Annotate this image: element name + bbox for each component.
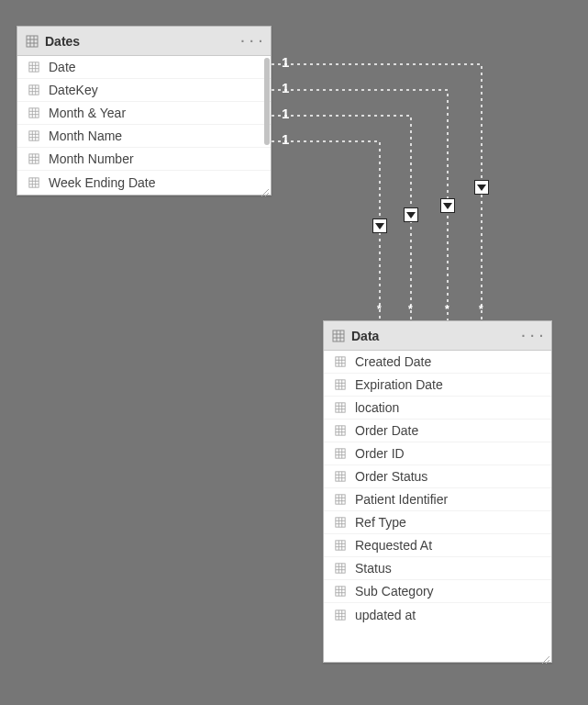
table-data-menu-button[interactable]: · · · [522,329,544,343]
svg-rect-0 [27,36,38,47]
svg-rect-72 [336,495,345,504]
field-label: Order ID [355,446,405,461]
field-row[interactable]: Order Status [324,465,551,488]
field-label: Expiration Date [355,377,443,392]
table-data-field-list[interactable]: Created Date Expiration Date location Or… [324,351,551,626]
table-icon [333,448,348,459]
field-label: Week Ending Date [49,175,155,190]
table-icon [333,517,348,528]
filter-direction-arrow-4[interactable] [372,218,387,233]
svg-rect-82 [336,541,345,550]
svg-rect-47 [336,380,345,389]
svg-rect-20 [29,131,39,140]
svg-rect-97 [336,610,345,619]
field-row[interactable]: Created Date [324,351,551,374]
table-dates-field-list[interactable]: Date DateKey Month & Year Month Name Mon… [17,56,271,195]
table-icon [27,107,41,118]
field-label: updated at [355,608,416,622]
field-label: Status [355,561,392,576]
filter-direction-arrow-3[interactable] [404,207,418,222]
table-icon [331,330,346,342]
field-row[interactable]: Order ID [324,442,551,465]
svg-rect-42 [336,357,345,366]
table-data-title: Data [351,329,516,343]
table-icon [333,586,348,597]
svg-rect-30 [29,177,39,186]
table-icon [333,402,348,413]
table-dates-header[interactable]: Dates · · · [17,27,271,56]
field-row[interactable]: Ref Type [324,511,551,534]
table-dates[interactable]: Dates · · · Date DateKey Month & Year Mo… [17,26,272,196]
field-label: Month Name [49,129,122,143]
field-label: Order Date [355,423,418,438]
svg-rect-92 [336,587,345,596]
cardinality-many-4: * [377,303,382,316]
field-row[interactable]: Sub Category [324,580,551,603]
field-label: Created Date [355,354,431,369]
svg-rect-5 [29,62,39,72]
svg-line-103 [546,660,549,664]
field-row[interactable]: location [324,397,551,420]
field-label: Order Status [355,469,427,484]
resize-grip-icon[interactable] [540,652,549,661]
resize-grip-icon[interactable] [260,185,269,194]
table-icon [25,35,39,48]
svg-rect-52 [336,403,345,412]
table-dates-menu-button[interactable]: · · · [241,34,263,49]
cardinality-one-1: 1 [282,54,289,70]
table-icon [333,425,348,436]
table-dates-title: Dates [45,34,236,49]
svg-line-102 [542,656,549,664]
svg-line-36 [265,193,269,196]
svg-rect-87 [336,564,345,573]
svg-line-35 [261,189,269,196]
field-label: Month Number [49,151,134,166]
svg-rect-77 [336,518,345,527]
field-row[interactable]: DateKey [17,79,271,102]
svg-rect-10 [29,85,39,95]
field-label: Date [49,60,76,74]
field-row[interactable]: Month Number [17,148,271,171]
field-row[interactable]: Patient Identifier [324,488,551,511]
cardinality-many-2: * [445,303,449,316]
field-row[interactable]: Status [324,557,551,580]
scrollbar-thumb[interactable] [264,58,270,145]
field-row[interactable]: Date [17,56,271,79]
field-label: location [355,400,399,415]
svg-rect-62 [336,449,345,458]
svg-rect-57 [336,426,345,435]
table-icon [333,610,348,621]
table-icon [333,563,348,574]
table-icon [27,153,41,164]
cardinality-one-3: 1 [282,106,289,121]
field-label: Month & Year [49,106,126,120]
field-row[interactable]: Month Name [17,125,271,148]
field-label: Requested At [355,538,432,553]
table-icon [27,62,41,73]
field-row[interactable]: Week Ending Date [17,171,271,194]
svg-rect-25 [29,154,39,163]
filter-direction-arrow-2[interactable] [440,198,455,213]
table-icon [27,177,41,188]
table-icon [333,356,348,367]
field-row[interactable]: Month & Year [17,102,271,125]
svg-rect-15 [29,108,39,118]
field-row[interactable]: Order Date [324,420,551,442]
cardinality-many-1: * [479,303,483,316]
field-label: Sub Category [355,584,434,599]
table-icon [333,540,348,551]
table-data[interactable]: Data · · · Created Date Expiration Date … [323,320,552,663]
model-canvas[interactable]: 1 1 1 1 * * * * Dates · · · Date DateKey [0,0,588,705]
field-row[interactable]: Expiration Date [324,374,551,397]
field-label: Patient Identifier [355,492,448,507]
table-icon [333,379,348,390]
cardinality-one-2: 1 [282,80,289,95]
field-label: Ref Type [355,515,406,530]
field-row[interactable]: updated at [324,603,551,626]
svg-rect-67 [336,472,345,481]
table-data-header[interactable]: Data · · · [324,321,551,351]
table-icon [333,471,348,482]
svg-rect-37 [333,330,344,341]
field-row[interactable]: Requested At [324,534,551,557]
filter-direction-arrow-1[interactable] [474,180,489,195]
